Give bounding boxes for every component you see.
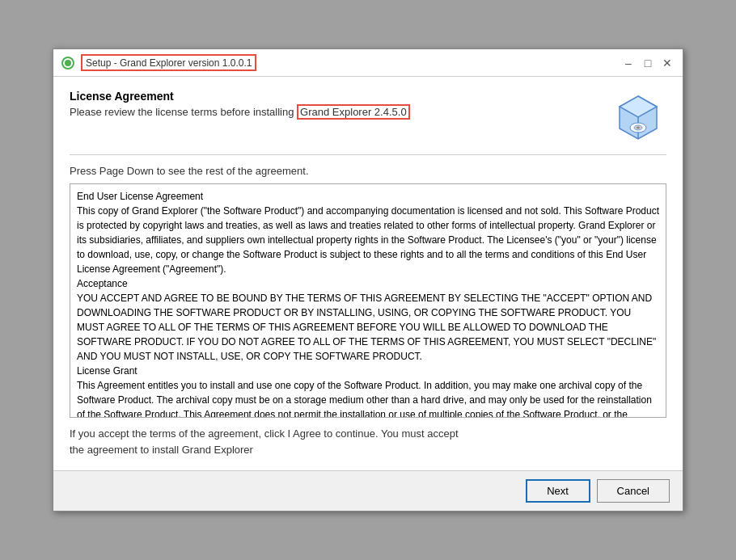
app-icon [61, 57, 74, 69]
license-text: End User License Agreement This copy of … [77, 189, 659, 418]
setup-window: Setup - Grand Explorer version 1.0.0.1 –… [53, 48, 683, 512]
subtitle-before: Please review the license terms before i… [70, 106, 297, 118]
next-button[interactable]: Next [526, 479, 590, 503]
main-content: License Agreement Please review the lice… [53, 77, 683, 470]
section-subtitle: Please review the license terms before i… [70, 106, 610, 118]
close-button[interactable]: ✕ [660, 56, 675, 70]
minimize-button[interactable]: – [621, 56, 636, 70]
footer: Next Cancel [53, 470, 683, 511]
svg-point-5 [637, 126, 640, 128]
window-title: Setup - Grand Explorer version 1.0.0.1 [86, 57, 252, 69]
header-section: License Agreement Please review the lice… [70, 90, 666, 146]
package-svg [612, 92, 665, 145]
section-title: License Agreement [70, 90, 610, 103]
title-bar: Setup - Grand Explorer version 1.0.0.1 –… [53, 49, 683, 77]
restore-button[interactable]: □ [641, 56, 655, 70]
app-icon-inner [65, 60, 71, 66]
accept-text: If you accept the terms of the agreement… [70, 426, 666, 457]
license-text-box[interactable]: End User License Agreement This copy of … [70, 183, 666, 418]
header-text-area: License Agreement Please review the lice… [70, 90, 610, 118]
cancel-button[interactable]: Cancel [597, 479, 670, 503]
header-divider [70, 154, 666, 155]
package-icon [610, 90, 666, 146]
page-down-hint: Press Page Down to see the rest of the a… [70, 165, 666, 177]
title-controls: – □ ✕ [621, 56, 675, 70]
subtitle-highlight: Grand Explorer 2.4.5.0 [297, 104, 410, 120]
title-bar-left: Setup - Grand Explorer version 1.0.0.1 [61, 54, 256, 71]
title-text-box: Setup - Grand Explorer version 1.0.0.1 [81, 54, 256, 71]
